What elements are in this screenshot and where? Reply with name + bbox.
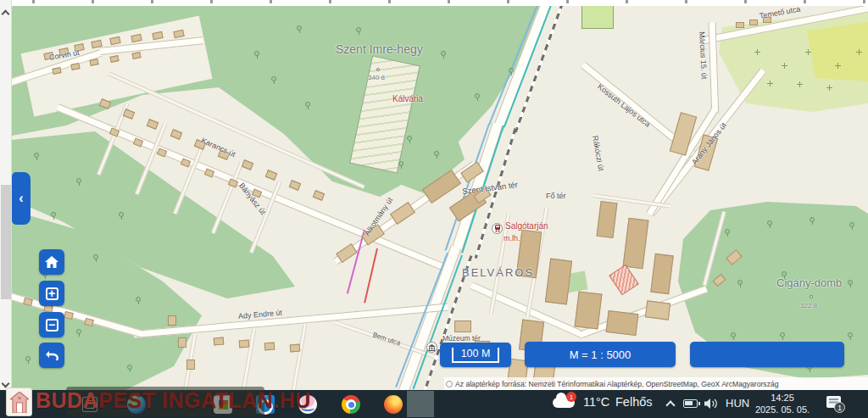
undo-arrow-icon [45, 350, 58, 361]
watermark-text-right: PEST INGATLAN.HU [98, 388, 311, 412]
home-button[interactable] [39, 249, 64, 275]
zoom-in-button[interactable]: + [39, 281, 64, 306]
attribution-text: Az alaptérkép forrása: Nemzeti Térinform… [455, 380, 778, 388]
chrome-icon[interactable] [342, 395, 360, 414]
weather-condition[interactable]: Felhős [615, 395, 653, 409]
map-attribution: Az alaptérkép forrása: Nemzeti Térinform… [444, 377, 868, 390]
info-icon [446, 381, 453, 387]
taskbar-clock[interactable]: 14:25 2025. 05. 05. [750, 393, 815, 415]
clock-date: 2025. 05. 05. [750, 404, 815, 416]
left-scrollbar[interactable] [0, 0, 12, 390]
undo-button[interactable] [39, 343, 64, 368]
notification-center-icon[interactable]: 1 [826, 396, 841, 408]
battery-icon[interactable] [683, 399, 698, 408]
map-label-muzeum-ter: Múzeum tér [442, 334, 481, 343]
top-cropped-strip [0, 0, 868, 6]
plus-icon: + [46, 287, 58, 300]
map-label-elevation-322: 322 8 [800, 302, 817, 309]
blank-blue-button[interactable] [690, 342, 844, 367]
minus-icon: − [46, 319, 58, 332]
watermark-house-icon [6, 387, 32, 416]
map-label-belvaros: BELVÁROS [462, 266, 534, 279]
home-icon [45, 256, 58, 268]
street-label-rakoczi-ut: Rákóczi út [591, 135, 605, 171]
elevation-marker [810, 295, 813, 298]
map-label-cigany-domb: Cigány-domb [776, 276, 842, 289]
scrollbar-thumb[interactable] [1, 185, 11, 299]
taskbar-active-window[interactable] [407, 391, 434, 417]
map-label-mlh: m.lh. [504, 234, 520, 242]
desktop-screen: Szent Imre-hegy Kálvária BELVÁROS Cigány… [0, 0, 868, 418]
scale-distance-label: 100 M [452, 348, 500, 363]
map-label-elevation-340: 340 8 [368, 74, 385, 81]
map-label-fo-ter: Fő tér [546, 192, 566, 200]
street-label-kossuth-lajos-utca: Kossuth Lajos utca [596, 82, 652, 129]
scale-ratio-label: M = 1 : 5000 [570, 348, 632, 361]
museum-icon [426, 342, 437, 353]
zoom-out-button[interactable]: − [39, 312, 64, 337]
scale-ratio-button[interactable]: M = 1 : 5000 [525, 342, 676, 367]
firefox-icon[interactable] [384, 395, 403, 414]
watermark-text: BUDAPEST INGATLAN.HU [36, 388, 311, 413]
speaker-icon[interactable] [704, 398, 719, 410]
watermark-text-left: BUDA [36, 388, 98, 412]
weather-badge: 1 [566, 392, 576, 402]
notification-badge: 1 [834, 402, 845, 413]
map-label-salgotarjan: Salgótarján [505, 221, 548, 231]
clock-time: 14:25 [750, 393, 815, 404]
elevation-marker [376, 68, 380, 71]
street-label-bem-utca: Bem utca [372, 331, 402, 347]
weather-temperature[interactable]: 11°C [583, 395, 609, 409]
chevron-left-icon: ‹ [19, 191, 23, 206]
scale-bar-button[interactable]: 100 M [440, 343, 511, 367]
map-label-szent-imre-hegy: Szent Imre-hegy [336, 42, 423, 56]
language-indicator[interactable]: HUN [726, 397, 749, 410]
map-label-kalvaria: Kálvária [392, 94, 423, 103]
panel-collapse-tab[interactable]: ‹ [12, 172, 31, 225]
train-station-icon [492, 223, 503, 234]
